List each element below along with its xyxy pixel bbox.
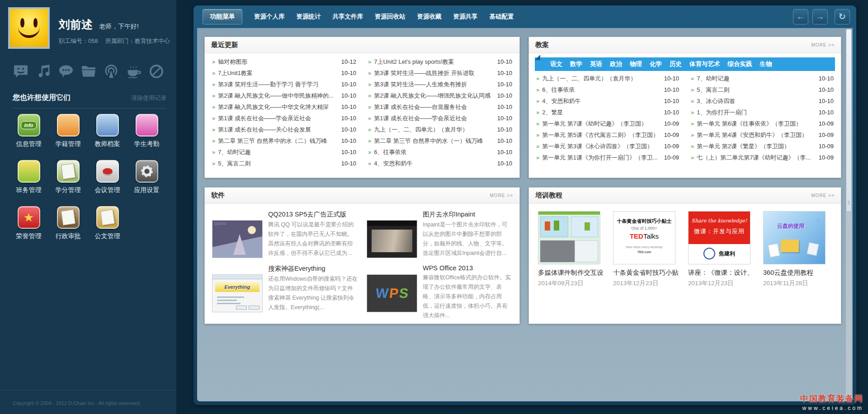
list-item[interactable]: »第二章 第三节 自然界中的水（二）钱万峰10-10 [212, 137, 356, 148]
list-item[interactable]: »第1课 成长在社会——自觉服务社会10-10 [368, 103, 512, 114]
broadcast-icon[interactable] [103, 63, 119, 80]
list-item[interactable]: »第1课 成长在社会——学会亲近社会10-10 [212, 114, 356, 126]
tab-base-config[interactable]: 基础配置 [490, 13, 514, 21]
list-item[interactable]: »第一单元 第2课《繁星》（李卫国）10-09 [691, 142, 834, 154]
music-icon[interactable] [35, 63, 52, 80]
tab-politics[interactable]: 政治 [610, 60, 622, 68]
app-honor-management[interactable]: ★ 荣誉管理 [16, 206, 42, 240]
software-item-title[interactable]: 图片去水印Inpaint [423, 210, 512, 219]
list-item[interactable]: »七（上）第二单元第7课《幼时记趣》（李...10-09 [691, 154, 834, 165]
avatar[interactable] [8, 7, 50, 49]
tab-math[interactable]: 数学 [570, 60, 582, 68]
app-meeting-management[interactable]: 会议管理 [95, 160, 120, 194]
training-card-ted-tips[interactable]: 十条黄金省时技巧小贴士 One of 1,000+ TEDTalks New i… [613, 211, 682, 287]
list-item[interactable]: »5、寓言二则10-10 [691, 86, 834, 97]
list-item[interactable]: »第2课 融入民族文化——增强民族文化认同感10-10 [368, 92, 512, 103]
list-item[interactable]: »4、安恩和奶牛10-10 [368, 160, 512, 171]
tab-biology[interactable]: 生物 [760, 60, 772, 68]
app-student-registry[interactable]: 学籍管理 [56, 114, 81, 148]
tab-chinese[interactable]: 语文 [550, 60, 562, 68]
block-icon[interactable] [148, 63, 165, 80]
tab-function-menu[interactable]: 功能菜单 [203, 9, 242, 24]
folder-icon[interactable] [80, 63, 97, 80]
list-item[interactable]: »3、冰心诗四首10-10 [691, 97, 834, 108]
list-item[interactable]: »第一单元 第6课《往事依依》（李卫国）10-09 [691, 120, 834, 131]
software-more-link[interactable]: MORE >> [490, 193, 513, 198]
tab-physics[interactable]: 物理 [630, 60, 642, 68]
tab-english[interactable]: 英语 [590, 60, 602, 68]
list-item[interactable]: »九上（一、二、四单元）（袁月华）10-10 [368, 126, 512, 137]
list-item[interactable]: »2、繁星10-10 [536, 108, 679, 120]
bullet-icon: » [536, 143, 539, 150]
list-item[interactable]: »第3课 笑对生活——勤于学习 善于学习10-10 [212, 80, 356, 92]
software-item-title[interactable]: 搜索神器Everything [268, 264, 358, 273]
tab-pe-art[interactable]: 体育与艺术 [689, 60, 720, 68]
software-item-everything[interactable]: Everything 搜索神器Everything 还在用Wndows自带的搜索… [212, 264, 358, 320]
app-grid: info 信息管理 学籍管理 教师档案 学生考勤 班务管理 学分管理 会议管理 [9, 114, 167, 240]
training-card-weike-lecture[interactable]: Share the knowledge!微课：开发与应用 焦建利 讲座：《微课：… [688, 211, 757, 287]
tab-favorites[interactable]: 资源收藏 [417, 13, 442, 21]
list-item[interactable]: »7上Unit1教案10-10 [212, 69, 356, 80]
software-item-inpaint[interactable]: 图片去水印Inpaint Inpaint是一个图片去水印软件，可以从您的图片中删… [367, 210, 512, 258]
multimedia-thumbnail [538, 211, 600, 264]
list-item[interactable]: »第1课 成长在社会——学会亲近社会10-10 [368, 114, 512, 126]
app-teacher-archive[interactable]: 教师档案 [95, 114, 120, 148]
software-item-qq[interactable]: QQ2013 QQ2013 SP5去广告正式版 腾讯 QQ 可以说是最不需要介绍… [212, 210, 358, 258]
list-item[interactable]: »第2课 融入民族文化——中华文化博大精深10-10 [212, 103, 356, 114]
list-item[interactable]: »7、幼时记趣10-10 [691, 75, 834, 86]
list-item[interactable]: »第3课 笑对生活——人生难免有挫折10-10 [368, 80, 512, 92]
software-item-wps[interactable]: WPS WPS Office 2013 兼容微软Office格式的办公软件。实现… [367, 264, 512, 320]
training-card-multimedia[interactable]: 多媒体课件制作交互设 2014年09月23日 [538, 211, 607, 287]
back-button[interactable]: ← [793, 9, 808, 24]
app-class-affairs[interactable]: 班务管理 [16, 160, 42, 194]
list-item[interactable]: »第一单元 第7课《幼时记趣》（李卫国）10-09 [536, 120, 679, 131]
list-item[interactable]: »6、往事依依10-10 [368, 148, 512, 160]
app-admin-approval[interactable]: 行政审批 [56, 206, 81, 240]
forward-button[interactable]: → [812, 9, 828, 24]
training-card-360-cloud[interactable]: 云盘的使用♪ 360云盘使用教程 2013年11月28日 [763, 211, 832, 287]
tab-personal-library[interactable]: 资源个人库 [254, 13, 285, 21]
app-student-attendance[interactable]: 学生考勤 [134, 114, 160, 148]
scrollbar-thumb[interactable] [846, 29, 852, 212]
list-item[interactable]: »7上Unit2 Let's play sports!教案10-10 [368, 58, 512, 69]
list-item[interactable]: »第一单元 第5课《古代寓言二则》（李卫国）10-09 [536, 131, 679, 142]
list-item[interactable]: »1、为你打开一扇门10-10 [691, 108, 834, 120]
tab-chemistry[interactable]: 化学 [650, 60, 662, 68]
list-item[interactable]: »第3课 笑对生活——战胜挫折 开拓进取10-10 [368, 69, 512, 80]
list-item[interactable]: »5、寓言二则10-10 [212, 160, 356, 171]
message-icon[interactable] [13, 63, 29, 80]
comment-icon[interactable] [58, 63, 74, 80]
list-item[interactable]: »第1课 成长在社会——关心社会发展10-10 [212, 126, 356, 137]
list-item[interactable]: »第2课 融入民族文化——做中华民族精神的...10-10 [212, 92, 356, 103]
app-document-management[interactable]: 公文管理 [95, 206, 120, 240]
recent-col-2: »7上Unit2 Let's play sports!教案10-10 »第3课 … [368, 58, 512, 171]
coffee-icon[interactable] [126, 63, 142, 80]
list-item[interactable]: »4、安恩和奶牛10-10 [536, 97, 679, 108]
list-item[interactable]: »轴对称图形10-12 [212, 58, 356, 69]
tab-resource-stats[interactable]: 资源统计 [297, 13, 321, 21]
main-window: 功能菜单 资源个人库 资源统计 共享文件库 资源回收站 资源收藏 资源共享 基础… [193, 5, 856, 405]
list-item[interactable]: »6、往事依依10-10 [536, 86, 679, 97]
vertical-scrollbar[interactable] [846, 29, 852, 400]
clear-history-link[interactable]: 清除使用记录 [131, 94, 166, 102]
tab-practice[interactable]: 综合实践 [728, 60, 752, 68]
bullet-icon: » [691, 98, 694, 104]
software-item-title[interactable]: WPS Office 2013 [423, 264, 512, 272]
app-settings[interactable]: 应用设置 [134, 160, 160, 194]
list-item[interactable]: »第二章 第三节 自然界中的水（一）钱万峰10-10 [368, 137, 512, 148]
tab-recycle-bin[interactable]: 资源回收站 [375, 13, 406, 21]
training-more-link[interactable]: MORE >> [811, 193, 835, 198]
list-item[interactable]: »第一单元 第3课《冰心诗四首》（李卫国）10-09 [536, 142, 679, 154]
list-item[interactable]: »第一单元 第4课《安恩和奶牛》（李卫国）10-09 [691, 131, 834, 142]
list-item[interactable]: »九上（一、二、四单元）（袁月华）10-10 [536, 75, 679, 86]
tab-history[interactable]: 历史 [670, 60, 682, 68]
tab-resource-share[interactable]: 资源共享 [453, 13, 478, 21]
lesson-more-link[interactable]: MORE >> [811, 42, 835, 47]
list-item[interactable]: »第一单元 第1课《为你打开一扇门》（李卫...10-09 [536, 154, 679, 165]
tab-shared-files[interactable]: 共享文件库 [333, 13, 363, 21]
software-item-title[interactable]: QQ2013 SP5去广告正式版 [268, 210, 358, 219]
refresh-button[interactable]: ↻ [835, 9, 850, 24]
list-item[interactable]: »7、幼时记趣10-10 [212, 148, 356, 160]
app-info-management[interactable]: info 信息管理 [16, 114, 42, 148]
app-credit-management[interactable]: 学分管理 [56, 160, 81, 194]
